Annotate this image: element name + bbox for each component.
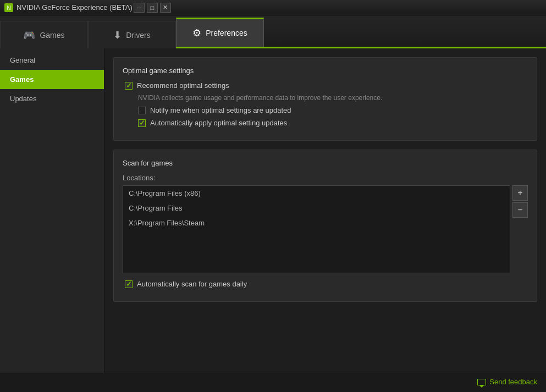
- titlebar: N NVIDIA GeForce Experience (BETA) ─ □ ✕: [0, 0, 546, 15]
- games-tab-label: Games: [40, 31, 64, 40]
- sidebar-item-games[interactable]: Games: [0, 70, 104, 89]
- drivers-tab-label: Drivers: [126, 31, 150, 40]
- maximize-button[interactable]: □: [147, 3, 158, 13]
- auto-apply-checkbox[interactable]: ✓: [138, 119, 146, 127]
- recommend-checkbox[interactable]: ✓: [125, 82, 133, 90]
- auto-scan-row[interactable]: ✓ Automatically scan for games daily: [123, 280, 528, 288]
- svg-text:N: N: [7, 5, 10, 11]
- auto-apply-check-icon: ✓: [139, 119, 145, 127]
- drivers-tab-icon: ⬇: [113, 29, 122, 41]
- auto-scan-label: Automatically scan for games daily: [137, 280, 247, 288]
- preferences-tab-label: Preferences: [206, 29, 247, 37]
- auto-apply-row[interactable]: ✓ Automatically apply optimal setting up…: [123, 119, 528, 127]
- minimize-button[interactable]: ─: [134, 3, 145, 13]
- description-text: NVIDIA collects game usage and performan…: [138, 94, 382, 102]
- sidebar-games-label: Games: [10, 75, 34, 84]
- notify-row[interactable]: Notify me when optimal settings are upda…: [123, 106, 528, 114]
- notify-label: Notify me when optimal settings are upda…: [150, 106, 291, 114]
- sidebar: General Games Updates: [0, 48, 104, 373]
- sidebar-updates-label: Updates: [10, 95, 36, 103]
- auto-scan-checkbox[interactable]: ✓: [125, 280, 133, 288]
- remove-location-button[interactable]: −: [512, 202, 528, 218]
- recommend-settings-row[interactable]: ✓ Recommend optimal settings: [123, 81, 528, 90]
- locations-label: Locations:: [123, 174, 528, 182]
- optimal-settings-section: Optimal game settings ✓ Recommend optima…: [113, 57, 537, 141]
- titlebar-title: NVIDIA GeForce Experience (BETA): [16, 3, 133, 12]
- send-feedback-link[interactable]: Send feedback: [477, 378, 537, 386]
- main-area: General Games Updates Optimal game setti…: [0, 48, 546, 373]
- content-area: Optimal game settings ✓ Recommend optima…: [104, 48, 546, 373]
- location-item[interactable]: X:\Program Files\Steam: [123, 216, 510, 230]
- sidebar-general-label: General: [10, 56, 35, 64]
- recommend-check-icon: ✓: [126, 81, 132, 90]
- location-item[interactable]: C:\Program Files: [123, 201, 510, 216]
- games-tab-icon: 🎮: [23, 29, 35, 41]
- close-button[interactable]: ✕: [160, 3, 171, 13]
- add-location-button[interactable]: +: [512, 185, 528, 201]
- preferences-tab-icon: ⚙: [192, 27, 201, 39]
- list-action-buttons: + −: [512, 185, 528, 273]
- auto-scan-check-icon: ✓: [126, 280, 132, 288]
- locations-wrapper: C:\Program Files (x86) C:\Program Files …: [123, 185, 528, 273]
- notify-checkbox[interactable]: [138, 107, 146, 114]
- bottombar: Send feedback: [0, 373, 546, 390]
- scan-games-section: Scan for games Locations: C:\Program Fil…: [113, 150, 537, 302]
- auto-apply-label: Automatically apply optimal setting upda…: [150, 119, 287, 127]
- sidebar-item-general[interactable]: General: [0, 51, 104, 70]
- locations-list[interactable]: C:\Program Files (x86) C:\Program Files …: [123, 185, 510, 273]
- scan-section-title: Scan for games: [123, 159, 528, 167]
- optimal-section-title: Optimal game settings: [123, 67, 528, 75]
- description-row: NVIDIA collects game usage and performan…: [123, 94, 528, 102]
- sidebar-item-updates[interactable]: Updates: [0, 89, 104, 108]
- tab-drivers[interactable]: ⬇ Drivers: [88, 21, 176, 48]
- location-item[interactable]: C:\Program Files (x86): [123, 186, 510, 201]
- tab-preferences[interactable]: ⚙ Preferences: [176, 18, 264, 47]
- recommend-label: Recommend optimal settings: [137, 81, 229, 90]
- tab-games[interactable]: 🎮 Games: [0, 21, 88, 48]
- feedback-icon: [477, 379, 486, 385]
- titlebar-icon: N: [4, 3, 13, 12]
- tabbar: 🎮 Games ⬇ Drivers ⚙ Preferences: [0, 15, 546, 48]
- feedback-label: Send feedback: [489, 378, 537, 386]
